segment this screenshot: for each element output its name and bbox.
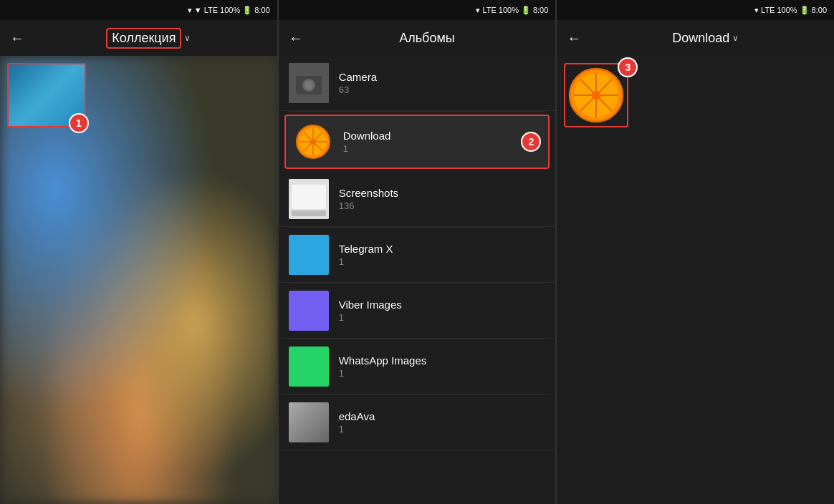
lte-label-2: LTE (482, 6, 496, 14)
collection-title[interactable]: Коллекция ∨ (30, 28, 267, 49)
album-count-camera: 63 (339, 84, 546, 95)
panel-albums: ▾ LTE 100% 🔋 8:00 ← Альбомы Camera 63 (279, 0, 556, 504)
album-item-whatsapp[interactable]: WhatsApp Images 1 (279, 339, 556, 394)
album-count-telegram: 1 (339, 256, 546, 267)
download-title[interactable]: Download ∨ (587, 31, 824, 46)
album-name-viber: Viber Images (339, 299, 546, 311)
album-info-screenshots: Screenshots 136 (339, 187, 546, 211)
back-button-2[interactable]: ← (289, 30, 303, 47)
album-thumb-screenshots (289, 179, 329, 219)
signal-icon-1: ▾ (188, 6, 192, 15)
download-title-text: Download (672, 31, 729, 46)
album-count-whatsapp: 1 (339, 368, 546, 379)
status-icons-2: ▾ LTE 100% 🔋 8:00 (476, 6, 548, 15)
time-1: 8:00 (254, 6, 269, 14)
battery-icon-1: 🔋 (242, 6, 252, 15)
panel-collection: ▾ ▼ LTE 100% 🔋 8:00 ← Коллекция ∨ 1 (0, 0, 277, 504)
album-name-download: Download (343, 130, 512, 142)
album-count-edaava: 1 (339, 424, 546, 435)
svg-point-21 (592, 91, 600, 100)
albums-title: Альбомы (309, 31, 546, 46)
album-thumb-viber (289, 291, 329, 331)
album-name-whatsapp: WhatsApp Images (339, 354, 546, 367)
album-item-screenshots[interactable]: Screenshots 136 (279, 172, 556, 227)
album-count-viber: 1 (339, 312, 546, 323)
album-item-telegram[interactable]: Telegram X 1 (279, 228, 556, 283)
download-thumb-wrapper: 3 (564, 63, 632, 131)
step-badge-2: 2 (521, 132, 541, 152)
album-item-edaava[interactable]: edaAva 1 (279, 395, 556, 450)
download-content: 3 (557, 56, 834, 504)
battery-icon-2: 🔋 (521, 6, 531, 15)
collection-content: 1 (0, 56, 277, 504)
step-badge-1: 1 (69, 113, 89, 133)
panel-download: ▾ LTE 100% 🔋 8:00 ← Download ∨ (557, 0, 834, 504)
album-info-viber: Viber Images 1 (339, 299, 546, 323)
album-info-download: Download 1 (343, 130, 512, 154)
album-thumb-download (293, 122, 333, 162)
album-thumb-edaava (289, 402, 329, 442)
back-button-3[interactable]: ← (567, 30, 581, 47)
status-bar-1: ▾ ▼ LTE 100% 🔋 8:00 (0, 0, 277, 20)
status-bar-2: ▾ LTE 100% 🔋 8:00 (279, 0, 556, 20)
status-icons-3: ▾ LTE 100% 🔋 8:00 (754, 6, 827, 15)
album-thumb-camera (289, 63, 329, 103)
download-dropdown-icon: ∨ (732, 33, 739, 43)
svg-point-10 (310, 139, 316, 145)
album-info-edaava: edaAva 1 (339, 410, 546, 435)
svg-rect-13 (292, 185, 326, 209)
top-bar-3: ← Download ∨ (557, 20, 834, 56)
album-item-camera[interactable]: Camera 63 (279, 56, 556, 111)
album-info-telegram: Telegram X 1 (339, 243, 546, 267)
status-icons-1: ▾ ▼ LTE 100% 🔋 8:00 (188, 6, 270, 15)
step-badge-3: 3 (618, 57, 638, 77)
album-count-screenshots: 136 (339, 200, 546, 211)
collection-dropdown-icon: ∨ (184, 33, 191, 43)
collection-title-text: Коллекция (106, 28, 181, 49)
lte-label-3: LTE (761, 6, 775, 14)
battery-icon-3: 🔋 (800, 6, 810, 15)
signal-icon-3: ▾ (754, 6, 759, 15)
album-name-telegram: Telegram X (339, 243, 546, 255)
signal-icon-2: ▾ (476, 6, 480, 15)
status-bar-3: ▾ LTE 100% 🔋 8:00 (557, 0, 834, 20)
albums-list: Camera 63 Downloa (279, 56, 556, 504)
album-name-camera: Camera (339, 71, 546, 83)
svg-point-3 (305, 81, 313, 89)
svg-rect-14 (292, 210, 326, 216)
album-info-whatsapp: WhatsApp Images 1 (339, 354, 546, 379)
lte-label-1: ▼ LTE (194, 6, 218, 14)
album-name-edaava: edaAva (339, 410, 546, 422)
battery-1: 100% (220, 6, 240, 14)
time-2: 8:00 (533, 6, 548, 14)
album-item-download[interactable]: Download 1 2 (284, 115, 550, 169)
top-bar-2: ← Альбомы (279, 20, 556, 56)
album-thumb-telegram (289, 235, 329, 275)
time-3: 8:00 (812, 6, 827, 14)
album-info-camera: Camera 63 (339, 71, 546, 95)
top-bar-1: ← Коллекция ∨ (0, 20, 277, 56)
back-button-1[interactable]: ← (10, 30, 24, 47)
battery-2: 100% (499, 6, 519, 14)
album-item-viber[interactable]: Viber Images 1 (279, 284, 556, 339)
battery-3: 100% (777, 6, 797, 14)
album-count-download: 1 (343, 143, 512, 154)
album-name-screenshots: Screenshots (339, 187, 546, 199)
album-thumb-whatsapp (289, 346, 329, 387)
